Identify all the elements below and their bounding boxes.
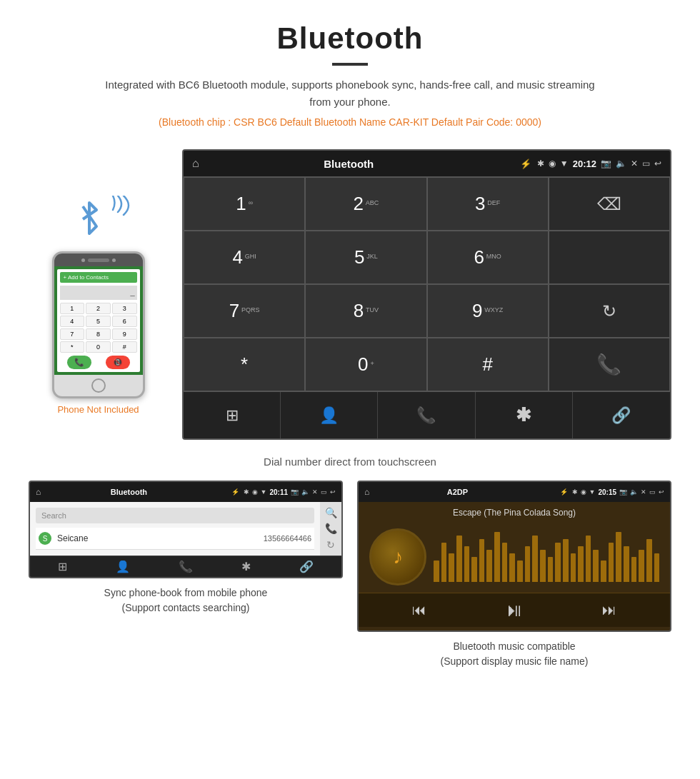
action-link[interactable]: 🔗 bbox=[573, 392, 670, 438]
viz-bar bbox=[624, 546, 629, 582]
action-contacts[interactable]: 👤 bbox=[281, 392, 378, 438]
phone-end-btn[interactable]: 📵 bbox=[106, 356, 130, 369]
contact-avatar: S bbox=[39, 532, 51, 545]
viz-bar bbox=[639, 550, 644, 582]
dial-grid: 1∞ 2ABC 3DEF ⌫ 4GHI 5JKL 6MNO bbox=[184, 176, 670, 391]
main-statusbar: ⌂ Bluetooth ⚡ ✱ ◉ ▼ 20:12 📷 🔈 ✕ ▭ ↩ bbox=[184, 151, 670, 176]
phone-right-icon[interactable]: 📞 bbox=[325, 523, 337, 534]
bluetooth-status-icon: ✱ bbox=[537, 159, 544, 169]
search-right-icon[interactable]: 🔍 bbox=[325, 507, 337, 518]
usb-icon: ⚡ bbox=[520, 159, 531, 169]
dial-key-hash[interactable]: # bbox=[427, 338, 549, 391]
pb-nav-link[interactable]: 🔗 bbox=[299, 560, 314, 573]
dial-cell-empty-1 bbox=[549, 231, 670, 284]
dial-key-8[interactable]: 8TUV bbox=[305, 284, 426, 338]
phonebook-right-icons: 🔍 📞 ↻ bbox=[320, 502, 341, 556]
phone-key-9[interactable]: 9 bbox=[112, 328, 137, 340]
dial-key-star[interactable]: * bbox=[184, 338, 305, 391]
dial-key-6[interactable]: 6MNO bbox=[427, 231, 549, 284]
phone-key-star[interactable]: * bbox=[60, 341, 85, 353]
mu-bt-icon: ✱ bbox=[572, 488, 578, 496]
viz-bar bbox=[434, 561, 439, 582]
phone-key-2[interactable]: 2 bbox=[86, 303, 111, 314]
pb-vol-icon: 🔈 bbox=[301, 488, 309, 496]
viz-bar bbox=[456, 536, 462, 582]
search-bar[interactable]: Search bbox=[36, 508, 314, 523]
phone-key-7[interactable]: 7 bbox=[60, 328, 85, 340]
next-track-button[interactable]: ⏭ bbox=[602, 602, 616, 618]
dial-key-1[interactable]: 1∞ bbox=[184, 177, 305, 231]
phone-key-hash[interactable]: # bbox=[112, 341, 137, 353]
phonebook-usb-icon: ⚡ bbox=[231, 488, 239, 496]
phonebook-time: 20:11 bbox=[269, 488, 288, 496]
dial-key-5[interactable]: 5JKL bbox=[305, 231, 426, 284]
phone-key-8[interactable]: 8 bbox=[86, 328, 111, 340]
viz-bar bbox=[502, 543, 508, 582]
pb-cam-icon: 📷 bbox=[291, 488, 299, 496]
dial-cell-call[interactable]: 📞 bbox=[549, 338, 670, 391]
phone-keypad: 1 2 3 4 5 6 7 8 9 * 0 # bbox=[60, 303, 137, 353]
phone-contact-bar: + Add to Contacts bbox=[60, 272, 137, 283]
phonebook-block: ⌂ Bluetooth ⚡ ✱ ◉ ▼ 20:11 📷 🔈 ✕ ▭ ↩ bbox=[29, 481, 343, 669]
main-screen-title: Bluetooth bbox=[184, 158, 514, 170]
volume-icon: 🔈 bbox=[616, 159, 626, 169]
action-bluetooth[interactable]: ✱ bbox=[476, 392, 573, 438]
dial-key-9[interactable]: 9WXYZ bbox=[427, 284, 549, 338]
pb-nav-grid[interactable]: ⊞ bbox=[58, 560, 67, 573]
dial-key-4[interactable]: 4GHI bbox=[184, 231, 305, 284]
bottom-actions-bar: ⊞ 👤 📞 ✱ 🔗 bbox=[184, 391, 670, 438]
phone-home-button[interactable] bbox=[91, 378, 106, 393]
music-content: Escape (The Pina Colada Song) ♪ ⏮ ⏯ ⏭ bbox=[359, 502, 670, 630]
phone-not-included-label: Phone Not Included bbox=[57, 404, 139, 415]
reload-right-icon[interactable]: ↻ bbox=[326, 539, 335, 551]
reload-icon: ↻ bbox=[602, 301, 616, 321]
phone-key-1[interactable]: 1 bbox=[60, 303, 85, 314]
page-header: Bluetooth Integrated with BC6 Bluetooth … bbox=[0, 0, 700, 142]
middle-section: + Add to Contacts _ 1 2 3 4 5 6 7 8 9 * … bbox=[0, 142, 700, 447]
music-time: 20:15 bbox=[598, 488, 616, 496]
pb-nav-bt[interactable]: ✱ bbox=[241, 560, 251, 573]
pb-back-icon[interactable]: ↩ bbox=[330, 488, 336, 496]
dial-cell-reload[interactable]: ↻ bbox=[549, 284, 670, 338]
music-note-icon: ♪ bbox=[393, 546, 403, 568]
dial-cell-backspace[interactable]: ⌫ bbox=[549, 177, 670, 231]
back-icon[interactable]: ↩ bbox=[654, 159, 661, 169]
music-visualizer bbox=[434, 532, 659, 582]
action-grid[interactable]: ⊞ bbox=[184, 392, 281, 438]
prev-track-button[interactable]: ⏮ bbox=[412, 602, 426, 618]
music-controls: ⏮ ⏯ ⏭ bbox=[359, 593, 670, 627]
phone-illustration: + Add to Contacts _ 1 2 3 4 5 6 7 8 9 * … bbox=[52, 251, 145, 398]
phone-call-btn[interactable]: 📞 bbox=[67, 356, 91, 369]
viz-bar bbox=[532, 536, 538, 582]
dial-key-2[interactable]: 2ABC bbox=[305, 177, 426, 231]
phone-key-5[interactable]: 5 bbox=[86, 316, 111, 327]
pb-nav-person[interactable]: 👤 bbox=[116, 560, 130, 573]
viz-bar bbox=[548, 557, 554, 582]
pb-nav-phone[interactable]: 📞 bbox=[179, 560, 193, 573]
signal-waves-icon bbox=[109, 196, 131, 227]
play-pause-button[interactable]: ⏯ bbox=[505, 599, 524, 621]
phone-key-6[interactable]: 6 bbox=[112, 316, 137, 327]
phone-screen: + Add to Contacts _ 1 2 3 4 5 6 7 8 9 * … bbox=[54, 266, 143, 375]
phone-key-3[interactable]: 3 bbox=[112, 303, 137, 314]
music-block: ⌂ A2DP ⚡ ✱ ◉ ▼ 20:15 📷 🔈 ✕ ▭ ↩ Escape (T… bbox=[357, 481, 671, 669]
dial-key-7[interactable]: 7PQRS bbox=[184, 284, 305, 338]
dial-key-0[interactable]: 0+ bbox=[305, 338, 426, 391]
viz-bar bbox=[479, 539, 485, 582]
viz-bar bbox=[509, 553, 515, 582]
action-phone[interactable]: 📞 bbox=[378, 392, 475, 438]
bluetooth-symbol-icon bbox=[77, 199, 102, 241]
phone-key-4[interactable]: 4 bbox=[60, 316, 85, 327]
dial-key-3[interactable]: 3DEF bbox=[427, 177, 549, 231]
close-icon[interactable]: ✕ bbox=[631, 159, 638, 169]
mu-close-icon[interactable]: ✕ bbox=[641, 488, 646, 496]
phone-speaker bbox=[88, 258, 109, 262]
contact-number: 13566664466 bbox=[264, 534, 311, 543]
viz-bar bbox=[586, 536, 591, 582]
viz-bar bbox=[578, 546, 584, 582]
mu-back-icon[interactable]: ↩ bbox=[659, 488, 664, 496]
phone-dot2 bbox=[112, 258, 116, 262]
person-icon: 👤 bbox=[319, 406, 339, 425]
pb-close-icon[interactable]: ✕ bbox=[312, 488, 318, 496]
phone-key-0[interactable]: 0 bbox=[86, 341, 111, 353]
